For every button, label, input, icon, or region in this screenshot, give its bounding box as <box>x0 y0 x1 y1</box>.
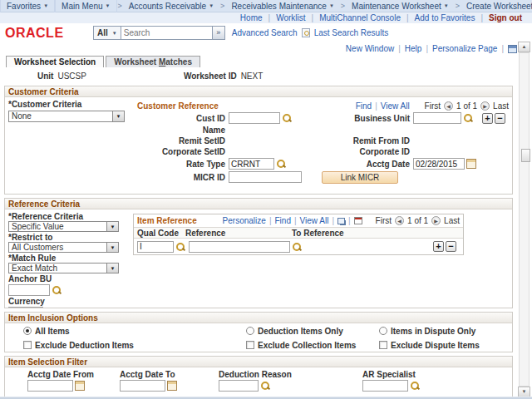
unit-label: Unit <box>37 71 53 81</box>
lookup-icon[interactable] <box>52 285 62 295</box>
radio-icon[interactable] <box>246 327 254 335</box>
customer-criteria-select[interactable]: None▼ <box>8 111 125 122</box>
lookup-icon[interactable] <box>282 113 292 123</box>
match-rule-select[interactable]: Exact Match▼ <box>8 263 119 273</box>
delete-row-button[interactable]: − <box>495 113 505 124</box>
qual-code-input[interactable] <box>137 241 174 253</box>
restrict-to-select[interactable]: All Customers▼ <box>8 242 119 253</box>
previous-row-icon[interactable]: ◀ <box>444 101 453 111</box>
lookup-icon[interactable] <box>276 159 286 169</box>
search-input[interactable] <box>121 26 213 40</box>
vertical-scrollbar[interactable]: ▲ ▼ <box>518 42 530 397</box>
favorites-label: Favorites <box>7 2 41 11</box>
delete-row-button[interactable]: − <box>446 241 456 252</box>
ar-specialist-input[interactable] <box>362 380 408 392</box>
divider: | <box>501 44 504 53</box>
business-unit-input[interactable] <box>413 112 461 124</box>
next-row-icon[interactable]: ▶ <box>480 101 490 111</box>
scrollbar-track[interactable] <box>519 52 530 387</box>
radio-selected-icon[interactable] <box>23 327 32 335</box>
currency-input[interactable] <box>8 307 43 308</box>
find-link[interactable]: Find <box>274 216 290 225</box>
customer-reference-group: Customer Reference Find | View All First… <box>137 100 509 194</box>
multichannel-console-link[interactable]: MultiChannel Console <box>319 13 401 22</box>
checkbox-exclude-collection-items[interactable]: Exclude Collection Items <box>246 341 379 350</box>
page-content: Customer Criteria *Customer Criteria Non… <box>0 84 532 399</box>
home-link[interactable]: Home <box>240 13 263 22</box>
search-scope-dropdown[interactable]: All▼ <box>93 26 121 40</box>
radio-items-in-dispute-only[interactable]: Items in Dispute Only <box>379 327 475 336</box>
view-all-link[interactable]: View All <box>300 216 329 225</box>
personalize-link[interactable]: Personalize <box>223 216 266 225</box>
crumb-receivables-maintenance[interactable]: Receivables Maintenance▼ <box>225 0 339 12</box>
lookup-icon[interactable] <box>175 242 185 252</box>
rate-type-input[interactable] <box>229 158 274 170</box>
field-row: Rate Type Acctg Date <box>137 157 509 170</box>
favorites-menu[interactable]: Favorites▼ <box>0 0 55 12</box>
sign-out-link[interactable]: Sign out <box>489 13 522 22</box>
tab-worksheet-matches[interactable]: Worksheet Matches <box>106 56 200 67</box>
worksheet-id-label: Worksheet ID <box>184 71 237 81</box>
reference-criteria-select[interactable]: Specific Value▼ <box>8 221 119 232</box>
lookup-icon[interactable] <box>463 113 473 123</box>
new-window-link[interactable]: New Window <box>346 44 394 53</box>
anchor-bu-input[interactable] <box>8 284 50 296</box>
download-grid-icon[interactable] <box>354 217 362 224</box>
checkbox-icon[interactable] <box>379 341 387 349</box>
radio-deduction-items-only[interactable]: Deduction Items Only <box>246 327 379 336</box>
scrollbar-thumb[interactable] <box>521 149 530 162</box>
micr-id-input[interactable] <box>229 171 302 183</box>
lookup-icon[interactable] <box>410 381 420 391</box>
previous-row-icon[interactable]: ◀ <box>395 216 404 225</box>
deduction-reason-input[interactable] <box>219 380 259 392</box>
tab-label-part: Worksheet <box>114 57 159 66</box>
calendar-icon[interactable] <box>466 159 476 169</box>
search-go-button[interactable]: » <box>213 26 225 40</box>
next-row-icon[interactable]: ▶ <box>431 216 441 225</box>
radio-all-items[interactable]: All Items <box>23 327 246 336</box>
add-row-button[interactable]: + <box>482 113 493 124</box>
calendar-icon[interactable] <box>167 381 177 391</box>
reference-input[interactable] <box>189 241 290 253</box>
reference-criteria-body: *Reference Criteria Specific Value▼ *Res… <box>5 209 512 308</box>
crumb-accounts-receivable[interactable]: Accounts Receivable▼ <box>123 0 219 12</box>
tab-worksheet-selection[interactable]: Worksheet Selection <box>6 56 104 67</box>
checkbox-icon[interactable] <box>246 341 254 349</box>
radio-icon[interactable] <box>379 327 387 335</box>
help-link[interactable]: Help <box>405 44 422 53</box>
lookup-icon[interactable] <box>45 308 55 308</box>
breadcrumb: Favorites▼ Main Menu▼ > Accounts Receiva… <box>0 0 532 12</box>
worklist-link[interactable]: Worklist <box>276 13 305 22</box>
checkbox-exclude-deduction-items[interactable]: Exclude Deduction Items <box>23 341 246 350</box>
lookup-icon[interactable] <box>292 242 302 252</box>
acctg-date-from-input[interactable] <box>27 380 73 392</box>
find-link[interactable]: Find <box>356 101 372 111</box>
link-micr-button[interactable]: Link MICR <box>322 171 398 184</box>
main-menu[interactable]: Main Menu▼ <box>55 0 116 12</box>
customer-reference-header: Customer Reference Find | View All First… <box>137 100 509 111</box>
tab-accesskey: M <box>159 57 165 66</box>
acctg-date-input[interactable] <box>413 158 465 170</box>
personalize-page-link[interactable]: Personalize Page <box>432 44 497 53</box>
checkbox-exclude-dispute-items[interactable]: Exclude Dispute Items <box>379 341 480 350</box>
view-all-link[interactable]: View All <box>381 101 410 111</box>
lookup-icon[interactable] <box>260 381 270 391</box>
grid-column-headers: Qual Code Reference To Reference <box>134 227 463 239</box>
key-fields-row: Unit USCSP Worksheet ID NEXT <box>0 67 532 84</box>
acctg-date-to-input[interactable] <box>120 380 165 392</box>
add-row-button[interactable]: + <box>433 241 444 252</box>
chevron-down-icon: ▼ <box>106 264 118 273</box>
last-search-results-link[interactable]: Last Search Results <box>314 28 389 37</box>
advanced-search-link[interactable]: Advanced Search <box>232 28 298 37</box>
crumb-maintenance-worksheet[interactable]: Maintenance Worksheet▼ <box>346 0 455 12</box>
http-icon[interactable] <box>508 45 517 53</box>
scroll-up-arrow[interactable]: ▲ <box>518 42 530 52</box>
checkbox-icon[interactable] <box>23 341 32 349</box>
radio-label: Deduction Items Only <box>258 327 343 336</box>
chevron-down-icon: ▼ <box>209 3 214 8</box>
add-to-favorites-link[interactable]: Add to Favorites <box>415 13 475 22</box>
zoom-grid-icon[interactable] <box>337 218 345 224</box>
grid-data-row: +− <box>134 239 463 254</box>
cust-id-input[interactable] <box>229 112 280 124</box>
calendar-icon[interactable] <box>75 381 85 391</box>
